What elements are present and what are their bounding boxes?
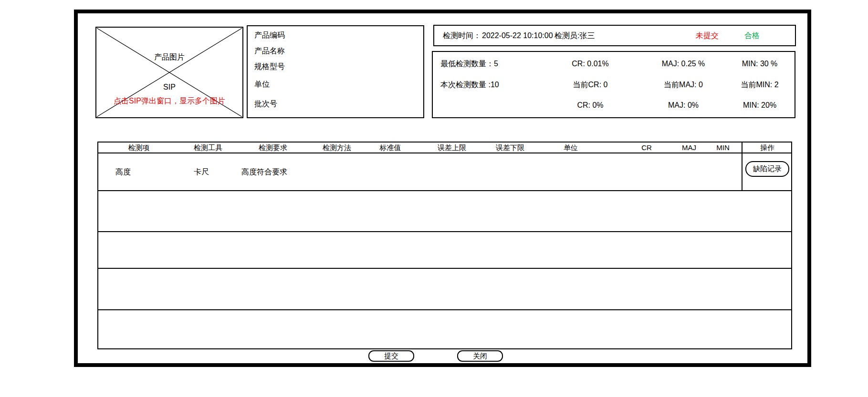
col-header-cr: CR (641, 143, 652, 153)
row-divider-1 (98, 190, 791, 191)
product-image-label: 产品图片 (96, 52, 242, 62)
field-label-batch-number: 批次号 (254, 99, 277, 109)
col-header-min: MIN (716, 143, 730, 153)
col-header-standard: 标准值 (380, 143, 401, 153)
field-label-product-code: 产品编码 (254, 30, 285, 41)
col-header-maj: MAJ (682, 143, 696, 153)
stats-row-limits: 最低检测数量：5 CR: 0.01% MAJ: 0.25 % MIN: 30 % (433, 57, 795, 71)
row-item-value: 高度 (115, 166, 131, 178)
field-label-unit: 单位 (254, 79, 270, 90)
product-image-placeholder[interactable]: 产品图片 SIP 点击SIP弹出窗口，显示多个图片 (95, 27, 243, 118)
inspection-items-table: 检测项 检测工具 检测要求 检测方法 标准值 误差上限 误差下限 单位 CR M… (97, 142, 792, 349)
maj-limit: MAJ: 0.25 % (640, 57, 726, 71)
inspection-dialog: 产品图片 SIP 点击SIP弹出窗口，显示多个图片 产品编码 产品名称 规格型号… (0, 0, 868, 397)
sip-note: 点击SIP弹出窗口，显示多个图片 (96, 96, 242, 106)
submit-button[interactable]: 提交 (368, 350, 414, 362)
stats-row-rates: CR: 0% MAJ: 0% MIN: 20% (433, 98, 795, 112)
sip-label[interactable]: SIP (96, 83, 242, 92)
current-min: 当前MIN: 2 (724, 78, 795, 92)
current-inspect-qty: 本次检测数量 :10 (440, 78, 550, 92)
row-divider-4 (98, 309, 791, 310)
inspection-stats-box: 最低检测数量：5 CR: 0.01% MAJ: 0.25 % MIN: 30 %… (432, 51, 795, 118)
min-limit: MIN: 30 % (724, 57, 795, 71)
stats-row-current: 本次检测数量 :10 当前CR: 0 当前MAJ: 0 当前MIN: 2 (433, 78, 795, 92)
cr-limit: CR: 0.01% (547, 57, 633, 71)
col-header-tool: 检测工具 (194, 143, 222, 153)
inspection-header-bar: 检测时间： 2022-05-22 10:10:00 检测员:张三 未提交 合格 (433, 25, 796, 46)
defect-record-button[interactable]: 缺陷记录 (745, 161, 789, 177)
header-underline (98, 153, 791, 153)
field-label-product-name: 产品名称 (254, 46, 285, 56)
status-unsubmitted-badge: 未提交 (696, 31, 719, 41)
row-divider-3 (98, 268, 791, 269)
row-tool-value: 卡尺 (194, 166, 209, 178)
current-cr: 当前CR: 0 (547, 78, 633, 92)
cr-rate: CR: 0% (547, 98, 633, 112)
col-header-method: 检测方法 (323, 143, 351, 153)
inspector-name: 检测员:张三 (554, 31, 595, 41)
current-maj: 当前MAJ: 0 (640, 78, 726, 92)
min-rate: MIN: 20% (724, 98, 795, 112)
col-header-action: 操作 (760, 143, 774, 153)
inspection-time-label: 检测时间： (443, 31, 481, 41)
maj-rate: MAJ: 0% (640, 98, 726, 112)
close-button[interactable]: 关闭 (457, 350, 503, 362)
col-header-unit: 单位 (564, 143, 578, 153)
row-divider-2 (98, 231, 791, 232)
col-header-item: 检测项 (128, 143, 150, 153)
status-result-badge: 合格 (744, 31, 760, 41)
product-info-box: 产品编码 产品名称 规格型号 单位 批次号 (247, 25, 424, 118)
min-inspect-qty: 最低检测数量：5 (440, 57, 550, 71)
row-requirement-value: 高度符合要求 (241, 166, 287, 178)
action-column-divider (742, 143, 743, 190)
field-label-spec-model: 规格型号 (254, 61, 285, 72)
col-header-requirement: 检测要求 (259, 143, 287, 153)
col-header-lower-tol: 误差下限 (496, 143, 524, 153)
col-header-upper-tol: 误差上限 (438, 143, 466, 153)
inspection-time-value: 2022-05-22 10:10:00 (482, 31, 553, 40)
